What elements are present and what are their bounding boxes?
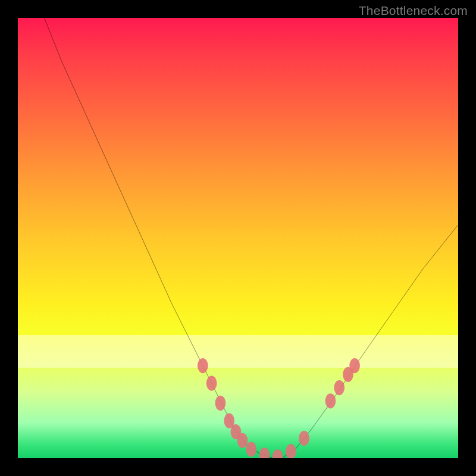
data-marker xyxy=(349,358,360,373)
plot-area xyxy=(18,18,458,458)
data-marker xyxy=(273,449,283,458)
data-marker xyxy=(325,393,336,408)
data-marker xyxy=(299,431,309,446)
data-marker xyxy=(286,444,296,458)
data-marker xyxy=(259,447,270,458)
data-marker xyxy=(198,358,208,373)
data-marker xyxy=(334,380,345,395)
watermark-text: TheBottleneck.com xyxy=(359,4,468,18)
marker-group xyxy=(198,358,360,458)
data-marker xyxy=(246,442,256,457)
data-marker xyxy=(215,396,226,411)
data-marker xyxy=(206,376,217,391)
outer-frame: TheBottleneck.com xyxy=(0,0,476,476)
data-marker xyxy=(237,433,248,448)
chart-svg xyxy=(18,18,458,458)
bottleneck-curve xyxy=(44,18,458,458)
